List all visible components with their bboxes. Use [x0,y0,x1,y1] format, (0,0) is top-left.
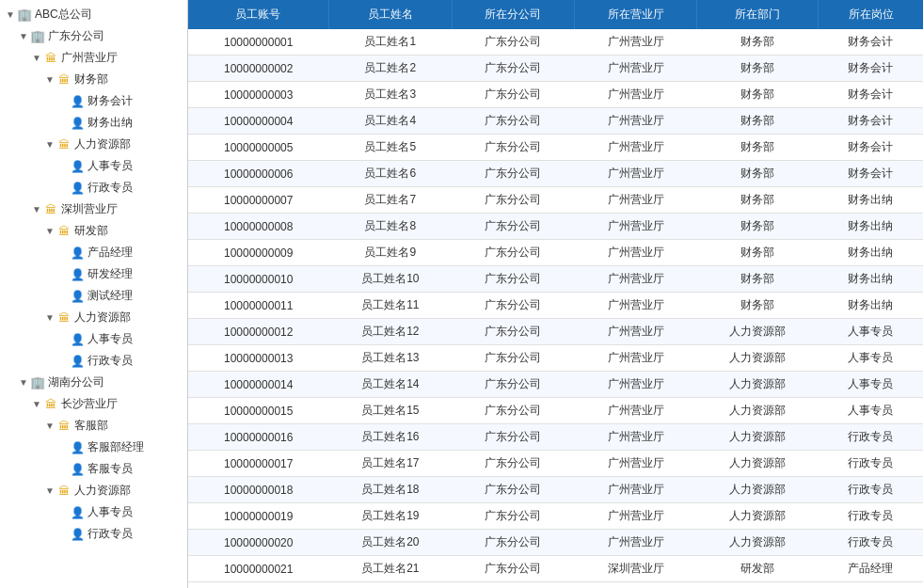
table-row[interactable]: 10000000003员工姓名3广东分公司广州营业厅财务部财务会计 [188,82,923,108]
tree-label: 财务部 [74,72,108,87]
table-cell: 广东分公司 [452,135,574,161]
person-icon: 👤 [70,267,85,282]
table-panel[interactable]: 员工账号员工姓名所在分公司所在营业厅所在部门所在岗位 10000000001员工… [188,0,923,588]
table-row[interactable]: 10000000019员工姓名19广东分公司广州营业厅人力资源部行政专员 [188,503,923,530]
tree-label: 人力资源部 [74,483,131,499]
table-row[interactable]: 10000000005员工姓名5广东分公司广州营业厅财务部财务会计 [188,135,923,161]
tree-arrow: ▼ [43,139,56,150]
table-cell: 广东分公司 [452,266,574,293]
tree-label: 行政专员 [88,353,133,369]
tree-label: 研发经理 [88,266,133,282]
table-cell: 广东分公司 [452,319,574,345]
tree-label: 产品经理 [88,245,133,261]
table-row[interactable]: 10000000016员工姓名16广东分公司广州营业厅人力资源部行政专员 [188,424,923,451]
table-row[interactable]: 10000000013员工姓名13广东分公司广州营业厅人力资源部人事专员 [188,345,923,372]
tree-node[interactable]: 👤 测试经理 [0,285,187,307]
table-row[interactable]: 10000000021员工姓名21广东分公司深圳营业厅研发部产品经理 [188,556,923,582]
tree-node[interactable]: 👤 财务会计 [0,90,187,112]
table-cell: 10000000019 [188,503,328,530]
table-cell: 广州营业厅 [575,108,697,135]
company-icon: 🏢 [17,8,32,23]
table-cell: 财务部 [697,82,819,108]
table-cell: 财务部 [697,108,819,135]
tree-node[interactable]: ▼ 🏛 客服部 [0,415,187,437]
table-cell: 研发部 [697,556,819,582]
tree-node[interactable]: 👤 行政专员 [0,177,187,199]
tree-node[interactable]: 👤 行政专员 [0,350,187,372]
tree-arrow: ▼ [43,226,56,236]
table-cell: 广州营业厅 [575,214,697,240]
tree-node[interactable]: ▼ 🏛 人力资源部 [0,307,187,328]
tree-node[interactable]: ▼ 🏢 湖南分公司 [0,372,187,393]
table-cell: 广州营业厅 [575,293,697,319]
table-cell: 人力资源部 [697,345,819,372]
tree-node[interactable]: 👤 研发经理 [0,263,187,285]
table-cell: 员工姓名9 [328,240,452,266]
table-row[interactable]: 10000000014员工姓名14广东分公司广州营业厅人力资源部人事专员 [188,372,923,398]
table-row[interactable]: 10000000004员工姓名4广东分公司广州营业厅财务部财务会计 [188,108,923,135]
table-cell: 10000000016 [188,424,328,451]
tree-node[interactable]: ▼ 🏢 广东分公司 [0,25,187,47]
tree-node[interactable]: 👤 财务出纳 [0,112,187,134]
table-cell: 人力资源部 [697,372,819,398]
table-row[interactable]: 10000000001员工姓名1广东分公司广州营业厅财务部财务会计 [188,29,923,56]
table-cell: 财务会计 [819,56,923,82]
tree-node[interactable]: 👤 客服专员 [0,458,187,480]
table-cell: 10000000011 [188,293,328,319]
table-cell: 行政专员 [819,451,923,477]
table-cell: 广东分公司 [452,240,574,266]
tree-label: 行政专员 [88,526,133,542]
table-cell: 广东分公司 [452,477,574,503]
table-row[interactable]: 10000000009员工姓名9广东分公司广州营业厅财务部财务出纳 [188,240,923,266]
tree-node[interactable]: ▼ 🏛 深圳营业厅 [0,199,187,220]
table-cell: 广州营业厅 [575,319,697,345]
tree-node[interactable]: ▼ 🏛 研发部 [0,220,187,242]
column-header: 所在分公司 [452,0,574,29]
table-row[interactable]: 10000000018员工姓名18广东分公司广州营业厅人力资源部行政专员 [188,477,923,503]
tree-label: 行政专员 [88,180,133,196]
table-cell: 行政专员 [819,424,923,451]
tree-node[interactable]: ▼ 🏛 人力资源部 [0,134,187,155]
tree-node[interactable]: ▼ 🏛 人力资源部 [0,480,187,501]
tree-node[interactable]: ▼ 🏢 ABC总公司 [0,4,187,25]
tree-node[interactable]: 👤 产品经理 [0,242,187,263]
table-cell: 广东分公司 [452,29,574,56]
table-cell: 行政专员 [819,477,923,503]
table-row[interactable]: 10000000017员工姓名17广东分公司广州营业厅人力资源部行政专员 [188,451,923,477]
tree-node[interactable]: ▼ 🏛 财务部 [0,69,187,90]
table-row[interactable]: 10000000008员工姓名8广东分公司广州营业厅财务部财务出纳 [188,214,923,240]
table-row[interactable]: 10000000002员工姓名2广东分公司广州营业厅财务部财务会计 [188,56,923,82]
table-cell: 广东分公司 [452,161,574,187]
table-cell: 10000000001 [188,29,328,56]
company-icon: 🏢 [30,29,45,44]
table-row[interactable]: 10000000007员工姓名7广东分公司广州营业厅财务部财务出纳 [188,187,923,214]
table-row[interactable]: 10000000020员工姓名20广东分公司广州营业厅人力资源部行政专员 [188,530,923,556]
tree-node[interactable]: 👤 人事专员 [0,328,187,350]
person-icon: 👤 [70,289,85,304]
tree-node[interactable]: 👤 行政专员 [0,523,187,545]
table-row[interactable]: 10000000011员工姓名11广东分公司广州营业厅财务部财务出纳 [188,293,923,319]
table-cell: 广州营业厅 [575,451,697,477]
table-cell: 10000000010 [188,266,328,293]
table-cell: 人力资源部 [697,398,819,424]
table-cell: 员工姓名12 [328,319,452,345]
table-row[interactable]: 10000000015员工姓名15广东分公司广州营业厅人力资源部人事专员 [188,398,923,424]
table-cell: 广州营业厅 [575,161,697,187]
tree-label: 广州营业厅 [61,50,118,66]
tree-label: 研发部 [74,223,108,239]
table-cell: 财务部 [697,214,819,240]
tree-node[interactable]: 👤 客服部经理 [0,437,187,458]
tree-arrow: ▼ [30,399,43,409]
table-cell: 广东分公司 [452,556,574,582]
table-row[interactable]: 10000000010员工姓名10广东分公司广州营业厅财务部财务出纳 [188,266,923,293]
table-cell: 广东分公司 [452,293,574,319]
table-cell: 10000000002 [188,56,328,82]
tree-node[interactable]: ▼ 🏛 长沙营业厅 [0,393,187,415]
tree-node[interactable]: 👤 人事专员 [0,501,187,523]
table-cell: 财务出纳 [819,214,923,240]
tree-node[interactable]: 👤 人事专员 [0,155,187,177]
table-row[interactable]: 10000000012员工姓名12广东分公司广州营业厅人力资源部人事专员 [188,319,923,345]
table-row[interactable]: 10000000006员工姓名6广东分公司广州营业厅财务部财务会计 [188,161,923,187]
tree-node[interactable]: ▼ 🏛 广州营业厅 [0,47,187,69]
table-cell: 广州营业厅 [575,477,697,503]
